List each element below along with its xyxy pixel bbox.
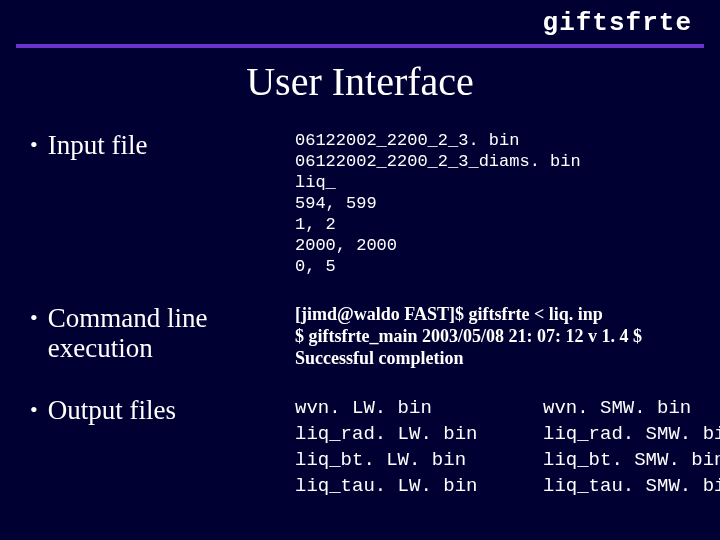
bullet-cmd: • Command line execution xyxy=(30,303,295,363)
bullet-input-label: Input file xyxy=(48,130,148,160)
bullet-dot-icon: • xyxy=(30,130,38,160)
slide-title: User Interface xyxy=(0,58,720,105)
bullet-dot-icon: • xyxy=(30,395,38,425)
cmd-content: [jimd@waldo FAST]$ giftsfrte < liq. inp … xyxy=(295,303,700,369)
bullet-input: • Input file xyxy=(30,130,295,160)
row-output: • Output files wvn. LW. bin liq_rad. LW.… xyxy=(30,395,700,499)
cmd-line-3: Successful completion xyxy=(295,347,700,369)
slide: giftsfrte User Interface • Input file 06… xyxy=(0,0,720,540)
cmd-line-1: [jimd@waldo FAST]$ giftsfrte < liq. inp xyxy=(295,303,700,325)
output-left-block: wvn. LW. bin liq_rad. LW. bin liq_bt. LW… xyxy=(295,395,525,499)
row-input: • Input file 06122002_2200_2_3. bin 0612… xyxy=(30,130,700,277)
bullet-dot-icon: • xyxy=(30,303,38,333)
bullet-output-label: Output files xyxy=(48,395,176,425)
bullet-cmd-label: Command line execution xyxy=(48,303,295,363)
input-content: 06122002_2200_2_3. bin 06122002_2200_2_3… xyxy=(295,130,700,277)
row-cmd: • Command line execution [jimd@waldo FAS… xyxy=(30,303,700,369)
cmd-line-2: $ giftsfrte_main 2003/05/08 21: 07: 12 v… xyxy=(295,325,700,347)
output-right-block: wvn. SMW. bin liq_rad. SMW. bin liq_bt. … xyxy=(543,395,720,499)
bullet-output: • Output files xyxy=(30,395,295,425)
header-brand: giftsfrte xyxy=(543,8,692,38)
output-content: wvn. LW. bin liq_rad. LW. bin liq_bt. LW… xyxy=(295,395,720,499)
output-col-left: wvn. LW. bin liq_rad. LW. bin liq_bt. LW… xyxy=(295,395,525,499)
output-grid: wvn. LW. bin liq_rad. LW. bin liq_bt. LW… xyxy=(295,395,720,499)
input-file-block: 06122002_2200_2_3. bin 06122002_2200_2_3… xyxy=(295,130,700,277)
header-rule xyxy=(16,44,704,48)
output-col-right: wvn. SMW. bin liq_rad. SMW. bin liq_bt. … xyxy=(543,395,720,499)
slide-body: • Input file 06122002_2200_2_3. bin 0612… xyxy=(30,130,700,520)
